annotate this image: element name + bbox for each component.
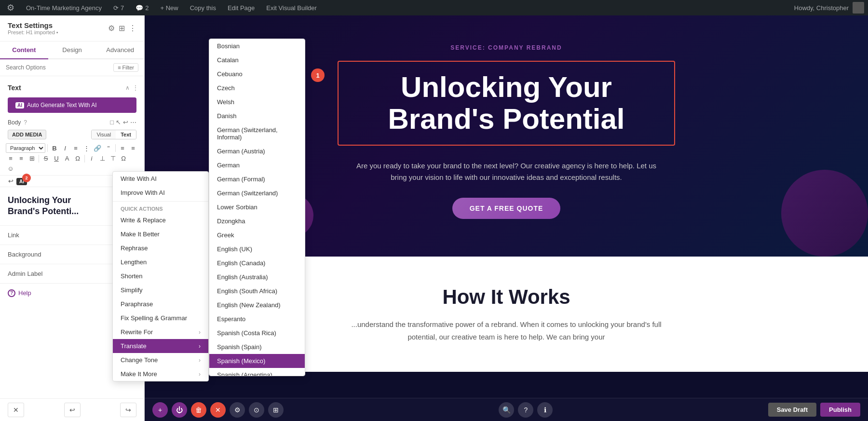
lang-english-ca[interactable]: English (Canada) (209, 256, 305, 270)
ai-generate-button[interactable]: AI Auto Generate Text With AI (8, 97, 136, 113)
ctx-fix-spelling[interactable]: Fix Spelling & Grammar (113, 311, 208, 325)
lang-czech[interactable]: Czech (209, 81, 305, 95)
lang-german-at[interactable]: German (Austria) (209, 144, 305, 158)
lang-danish[interactable]: Danish (209, 109, 305, 123)
align-center-button[interactable]: ≡ (128, 144, 138, 153)
ctx-change-tone[interactable]: Change Tone › (113, 353, 208, 367)
italic-button[interactable]: I (60, 144, 70, 153)
lang-lower-sorbian[interactable]: Lower Sorbian (209, 200, 305, 214)
add-media-button[interactable]: ADD MEDIA (8, 130, 46, 139)
hero-cta-button[interactable]: GET A FREE QUOTE (452, 198, 561, 219)
ctx-translate[interactable]: Translate › 3 (113, 339, 208, 353)
body-icon-2[interactable]: ↖ (116, 119, 121, 126)
undo-button[interactable]: ↩ (6, 177, 15, 186)
quote-button[interactable]: " (104, 144, 113, 153)
bab-settings-icon[interactable]: ⚙ (230, 402, 245, 418)
lang-spanish-ar[interactable]: Spanish (Argentina) (209, 368, 305, 376)
body-icon-4[interactable]: ⋯ (130, 119, 136, 126)
ctx-write-ai[interactable]: Write With AI (113, 172, 208, 186)
comments-item[interactable]: 💬 2 (133, 0, 151, 15)
lang-dzongkha[interactable]: Dzongkha (209, 214, 305, 228)
bab-search-icon[interactable]: 🔍 (499, 402, 514, 418)
bab-copy-icon[interactable]: ⊙ (249, 402, 264, 418)
body-icon-3[interactable]: ↩ (123, 119, 128, 126)
lang-english-nz[interactable]: English (New Zealand) (209, 298, 305, 312)
align-justify-button[interactable]: ≡ (16, 154, 26, 163)
search-input[interactable] (6, 64, 93, 71)
publish-button[interactable]: Publish (820, 403, 860, 417)
lang-spanish-cr[interactable]: Spanish (Costa Rica) (209, 326, 305, 340)
emoji-button[interactable]: ☺ (6, 164, 15, 173)
body-icon-1[interactable]: □ (110, 119, 114, 126)
tab-design[interactable]: Design (48, 41, 96, 59)
bab-trash-icon[interactable]: 🗑 (191, 402, 206, 418)
align-right-button[interactable]: ≡ (6, 154, 15, 163)
tab-content[interactable]: Content (0, 41, 48, 59)
italic2-button[interactable]: i (87, 154, 96, 163)
site-name-item[interactable]: On-Time Marketing Agency (23, 0, 105, 15)
lang-english-za[interactable]: English (South Africa) (209, 284, 305, 298)
align-left-button[interactable]: ≡ (118, 144, 127, 153)
lang-spanish-mx[interactable]: Spanish (Mexico) 4 (209, 354, 305, 368)
bab-help-icon[interactable]: ? (518, 402, 533, 418)
edit-page-item[interactable]: Edit Page (225, 0, 258, 15)
sidebar-columns-icon[interactable]: ⊞ (119, 24, 125, 33)
tab-advanced[interactable]: Advanced (96, 41, 144, 59)
lang-german-formal[interactable]: German (Formal) (209, 172, 305, 186)
view-tab-text[interactable]: Text (116, 130, 136, 139)
unordered-list-button[interactable]: ≡ (71, 144, 81, 153)
lang-catalan[interactable]: Catalan (209, 53, 305, 67)
ctx-paraphrase[interactable]: Paraphrase (113, 297, 208, 311)
undo-bottom-button[interactable]: ↩ (64, 403, 81, 417)
copy-this-item[interactable]: Copy this (187, 0, 219, 15)
lang-english-uk[interactable]: English (UK) (209, 242, 305, 256)
filter-button[interactable]: ≡ Filter (113, 63, 138, 72)
hero-title-box[interactable]: Unlocking YourBrand's Potential (338, 61, 675, 146)
lang-german-ch-inf[interactable]: German (Switzerland, Informal) (209, 123, 305, 144)
updates-item[interactable]: ⟳ 7 (110, 0, 127, 15)
wp-logo-item[interactable]: ⚙ (4, 0, 17, 15)
text-color-button[interactable]: A (62, 154, 72, 163)
lang-spanish-es[interactable]: Spanish (Spain) (209, 340, 305, 354)
bab-rows-icon[interactable]: ⊞ (268, 402, 284, 418)
special-chars-button[interactable]: Ω (73, 154, 82, 163)
section-chevron-icon[interactable]: ∧ (125, 84, 130, 91)
link-button[interactable]: 🔗 (92, 144, 103, 153)
ctx-rewrite-for[interactable]: Rewrite For › (113, 325, 208, 339)
table-button[interactable]: ⊞ (27, 154, 37, 163)
subscript-button[interactable]: Ω (119, 154, 128, 163)
save-draft-button[interactable]: Save Draft (768, 403, 816, 417)
lang-english-au[interactable]: English (Australia) (209, 270, 305, 284)
strikethrough-button[interactable]: S (41, 154, 51, 163)
ctx-make-better[interactable]: Make It Better (113, 227, 208, 241)
bold-button[interactable]: B (50, 144, 59, 153)
bab-close-icon[interactable]: ✕ (210, 402, 226, 418)
lang-cebuano[interactable]: Cebuano (209, 67, 305, 81)
lang-german-ch[interactable]: German (Switzerland) (209, 186, 305, 200)
lang-esperanto[interactable]: Esperanto (209, 312, 305, 326)
underline-button[interactable]: U (52, 154, 61, 163)
new-item[interactable]: + New (158, 0, 181, 15)
bab-plus-icon[interactable]: + (152, 402, 168, 418)
outdent-button[interactable]: ⊤ (108, 154, 118, 163)
help-icon[interactable]: ? (24, 119, 27, 126)
lang-bosnian[interactable]: Bosnian (209, 39, 305, 53)
ctx-rephrase[interactable]: Rephrase (113, 241, 208, 255)
ctx-improve-ai[interactable]: Improve With AI (113, 186, 208, 200)
bab-power-icon[interactable]: ⏻ (172, 402, 187, 418)
indent-button[interactable]: ⊥ (97, 154, 107, 163)
ctx-make-more[interactable]: Make It More › (113, 367, 208, 381)
close-button[interactable]: ✕ (8, 403, 24, 417)
ctx-shorten[interactable]: Shorten (113, 269, 208, 283)
ctx-lengthen[interactable]: Lengthen (113, 255, 208, 269)
ordered-list-button[interactable]: ⋮ (81, 144, 91, 153)
lang-welsh[interactable]: Welsh (209, 95, 305, 109)
bab-info-icon[interactable]: ℹ (537, 402, 553, 418)
ctx-simplify[interactable]: Simplify (113, 283, 208, 297)
view-tab-visual[interactable]: Visual (92, 130, 116, 139)
lang-greek[interactable]: Greek (209, 228, 305, 242)
sidebar-settings-icon[interactable]: ⚙ (108, 24, 115, 33)
paragraph-select[interactable]: Paragraph (6, 143, 45, 153)
exit-builder-item[interactable]: Exit Visual Builder (263, 0, 320, 15)
sidebar-more-icon[interactable]: ⋮ (129, 24, 136, 33)
